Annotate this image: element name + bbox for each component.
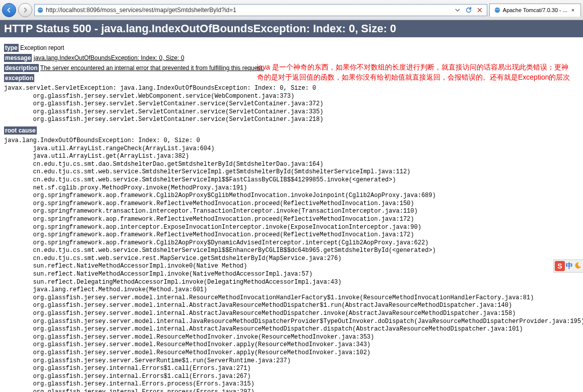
tab-strip: Apache Tomcat/7.0.30 - ... × [489, 4, 581, 17]
error-type-line: type Exception report [4, 44, 579, 51]
arrow-left-icon [6, 7, 13, 14]
tab-title: Apache Tomcat/7.0.30 - ... [503, 7, 567, 13]
message-label: message [4, 54, 32, 62]
refresh-icon [465, 7, 472, 14]
arrow-right-icon [22, 7, 29, 14]
root-cause-stacktrace: java.lang.IndexOutOfBoundsException: Ind… [4, 137, 579, 392]
browser-tab-active[interactable]: Apache Tomcat/7.0.30 - ... × [489, 4, 581, 17]
type-value: Exception report [20, 44, 64, 51]
ime-mode-text: 中 [566, 262, 573, 271]
type-label: type [4, 44, 19, 52]
root-cause-label: root cause [4, 126, 37, 135]
ie-favicon-icon [494, 7, 501, 14]
exception-stacktrace: javax.servlet.ServletException: java.lan… [4, 85, 579, 124]
error-message-line: message java.lang.IndexOutOfBoundsExcept… [4, 54, 579, 61]
tab-close-button[interactable]: × [569, 7, 576, 14]
url-dropdown-button[interactable] [454, 5, 462, 15]
address-bar[interactable] [34, 4, 487, 16]
ie-favicon-icon [37, 7, 44, 14]
root-cause-heading: root cause [4, 127, 579, 134]
chevron-down-icon [455, 9, 460, 12]
stop-button[interactable] [475, 5, 485, 15]
http-status-header: HTTP Status 500 - java.lang.IndexOutOfBo… [0, 20, 583, 37]
message-value: java.lang.IndexOutOfBoundsException: Ind… [34, 54, 184, 61]
browser-toolbar: Apache Tomcat/7.0.30 - ... × [0, 0, 583, 20]
back-button[interactable] [2, 3, 16, 17]
user-annotation: java 是一个神奇的东西，如果你不对数组的长度进行判断，就直接访问的话容易出现… [257, 62, 574, 82]
description-value: The server encountered an internal error… [40, 64, 264, 72]
exception-label: exception [4, 74, 34, 82]
forward-button[interactable] [18, 3, 32, 17]
sogou-logo-icon: S [555, 261, 565, 271]
ime-widget[interactable]: S 中 [553, 259, 583, 273]
moon-icon [574, 262, 582, 271]
url-input[interactable] [46, 7, 451, 14]
description-label: description [4, 64, 39, 72]
close-icon [477, 7, 483, 13]
refresh-button[interactable] [464, 5, 474, 15]
